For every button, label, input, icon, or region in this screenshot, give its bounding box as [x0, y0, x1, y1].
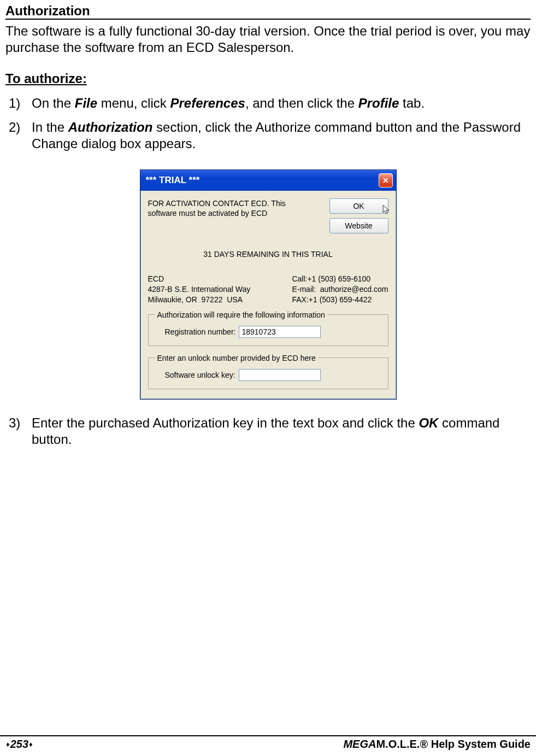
- unlock-input[interactable]: [239, 369, 321, 381]
- registration-label: Registration number:: [165, 327, 236, 336]
- page-number: 253: [10, 738, 28, 751]
- step1-file: File: [75, 96, 97, 110]
- step-2: In the Authorization section, click the …: [32, 119, 531, 152]
- unlock-label: Software unlock key:: [165, 371, 235, 379]
- step1-prefs: Preferences: [170, 96, 245, 110]
- ok-label: OK: [353, 202, 364, 210]
- titlebar[interactable]: *** TRIAL *** ✕: [140, 170, 396, 191]
- page-footer: ♦253♦ MEGAM.O.L.E.® Help System Guide: [0, 735, 536, 756]
- activation-message: FOR ACTIVATION CONTACT ECD. This softwar…: [148, 198, 307, 218]
- step3-ok: OK: [419, 415, 438, 430]
- registration-input[interactable]: [239, 326, 321, 338]
- diamond-icon: ♦: [29, 740, 33, 748]
- footer-mega: MEGA: [343, 738, 376, 750]
- website-label: Website: [345, 221, 372, 230]
- registration-group-legend: Authorization will require the following…: [155, 310, 327, 319]
- diamond-icon: ♦: [6, 740, 10, 748]
- step1-end: tab.: [399, 96, 425, 110]
- days-remaining: 31 DAYS REMAINING IN THIS TRIAL: [148, 250, 388, 259]
- close-icon: ✕: [382, 176, 389, 185]
- cursor-icon: [381, 204, 391, 215]
- intro-text: The software is a fully functional 30-da…: [5, 23, 531, 56]
- unlock-group: Enter an unlock number provided by ECD h…: [148, 354, 388, 389]
- dialog-title: *** TRIAL ***: [146, 175, 200, 186]
- step-1: On the File menu, click Preferences, and…: [32, 95, 531, 112]
- footer-guide: M.O.L.E.® Help System Guide: [376, 738, 531, 750]
- step1-profile: Profile: [358, 96, 399, 110]
- subheader: To authorize:: [5, 71, 531, 86]
- ok-button[interactable]: OK: [329, 198, 388, 214]
- svg-marker-0: [383, 206, 389, 214]
- step2-pre: In the: [32, 120, 68, 134]
- company-address: ECD 4287-B S.E. International Way Milwau…: [148, 274, 251, 305]
- step2-auth: Authorization: [68, 120, 153, 134]
- step3-pre: Enter the purchased Authorization key in…: [32, 415, 419, 430]
- close-button[interactable]: ✕: [379, 173, 393, 187]
- unlock-group-legend: Enter an unlock number provided by ECD h…: [155, 354, 318, 362]
- step1-text: On the: [32, 96, 75, 110]
- trial-dialog: *** TRIAL *** ✕ FOR ACTIVATION CONTACT E…: [140, 169, 397, 400]
- company-contacts: Call:+1 (503) 659-6100 E-mail: authorize…: [292, 274, 388, 305]
- website-button[interactable]: Website: [329, 218, 388, 233]
- step1-mid2: , and then click the: [245, 96, 358, 110]
- step-3: Enter the purchased Authorization key in…: [32, 415, 531, 448]
- registration-group: Authorization will require the following…: [148, 310, 388, 346]
- step1-mid1: menu, click: [97, 96, 170, 110]
- section-title: Authorization: [5, 3, 531, 20]
